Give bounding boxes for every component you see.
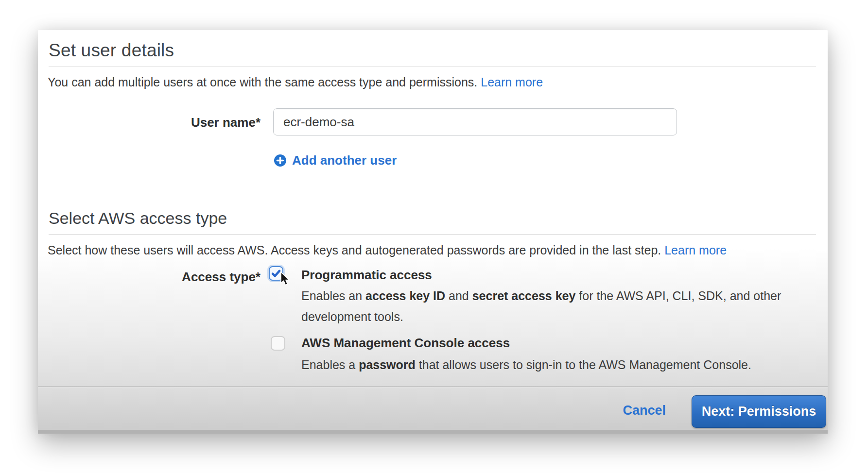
intro-sentence: You can add multiple users at once with … bbox=[48, 75, 477, 89]
programmatic-access-checkbox[interactable] bbox=[269, 266, 283, 281]
access-type-label: Access type* bbox=[49, 269, 260, 285]
add-another-user-button[interactable]: Add another user bbox=[274, 152, 397, 168]
plus-circle-icon bbox=[274, 154, 286, 167]
add-another-user-label: Add another user bbox=[292, 152, 397, 168]
intro-text: You can add multiple users at once with … bbox=[48, 74, 543, 90]
page-title: Set user details bbox=[49, 40, 174, 61]
username-input[interactable] bbox=[273, 108, 677, 135]
learn-more-link-users[interactable]: Learn more bbox=[481, 75, 543, 89]
next-permissions-button[interactable]: Next: Permissions bbox=[692, 395, 826, 428]
console-access-description: Enables a password that allows users to … bbox=[301, 356, 826, 373]
console-access-label[interactable]: AWS Management Console access bbox=[301, 335, 510, 351]
learn-more-link-access[interactable]: Learn more bbox=[664, 243, 727, 257]
programmatic-access-description: Enables an access key ID and secret acce… bbox=[301, 286, 787, 327]
section-divider bbox=[49, 234, 816, 235]
section-title-access-type: Select AWS access type bbox=[49, 208, 227, 228]
programmatic-access-label[interactable]: Programmatic access bbox=[301, 267, 432, 283]
wizard-footer: Cancel Next: Permissions bbox=[38, 387, 828, 434]
console-access-checkbox[interactable] bbox=[271, 336, 285, 351]
checkmark-icon bbox=[271, 268, 281, 279]
title-divider bbox=[49, 67, 816, 67]
access-intro-text: Select how these users will access AWS. … bbox=[48, 242, 727, 258]
username-label: User name* bbox=[49, 115, 260, 130]
set-user-details-panel: Set user details You can add multiple us… bbox=[38, 30, 828, 434]
access-intro-sentence: Select how these users will access AWS. … bbox=[48, 243, 661, 257]
cancel-button[interactable]: Cancel bbox=[623, 403, 666, 418]
